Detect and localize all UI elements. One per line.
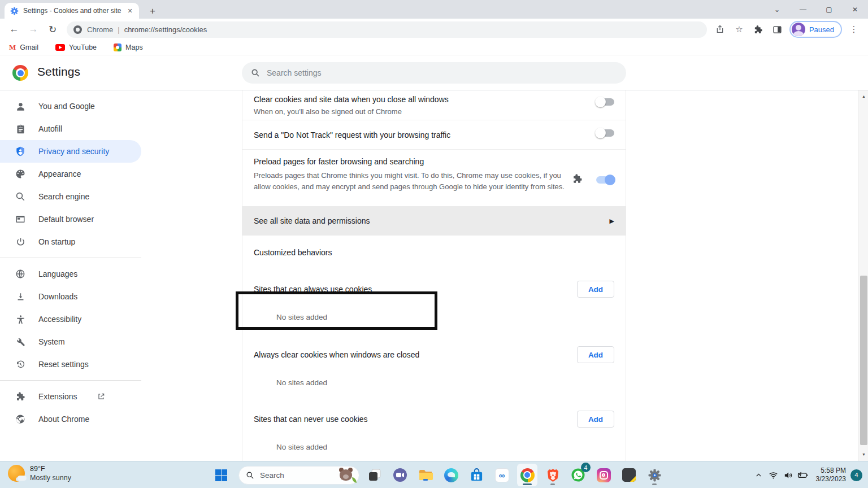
sidebar-label: You and Google [38,102,95,111]
section-label: Always clear cookies when windows are cl… [254,350,577,359]
forward-button[interactable]: → [25,21,41,37]
sidebar-item-autofill[interactable]: Autofill [0,117,141,140]
puzzle-icon [15,391,26,402]
add-session-only-site-button[interactable]: Add [577,346,614,363]
battery-icon[interactable] [796,461,810,488]
chrome-page-icon [73,25,82,34]
settings-search[interactable] [242,62,626,84]
sidebar-item-about-chrome[interactable]: About Chrome [0,408,141,430]
weather-sun-icon [8,465,25,482]
scrollbar-thumb[interactable] [860,276,867,445]
microsoft-store-icon[interactable] [466,464,487,486]
tab-close-icon[interactable]: ✕ [125,6,134,15]
setting-row-preload-pages: Preload pages for faster browsing and se… [242,150,626,206]
file-explorer-icon[interactable] [415,464,436,486]
instagram-icon[interactable] [593,464,614,486]
page-scrollbar[interactable]: ▲ ▼ [858,90,868,461]
scroll-down-arrow[interactable]: ▼ [859,450,868,459]
volume-icon[interactable] [781,461,796,488]
address-bar[interactable]: Chrome | chrome://settings/cookies [67,21,707,38]
intel-unison-icon[interactable]: ∞ [492,464,512,486]
extensions-puzzle-icon[interactable] [750,21,767,38]
sidebar-item-reset-settings[interactable]: Reset settings [0,353,141,376]
magnifier-icon [15,191,26,202]
taskbar-weather-widget[interactable]: 89°F Mostly sunny [8,465,71,482]
bookmark-label: YouTube [69,43,97,51]
sidebar-item-downloads[interactable]: Downloads [0,285,141,308]
windows-taskbar: 89°F Mostly sunny [0,461,868,488]
sidebar-item-privacy-and-security[interactable]: Privacy and security [0,140,141,163]
active-app-indicator [523,483,532,485]
notification-center-badge[interactable]: 4 [850,469,862,481]
tab-title: Settings - Cookies and other site [23,7,125,15]
settings-gear-favicon [10,7,19,15]
bookmark-gmail[interactable]: M Gmail [9,43,38,52]
wifi-icon[interactable] [766,461,781,488]
bookmark-maps[interactable]: Maps [114,43,143,51]
weather-temperature: 89°F [30,465,71,473]
task-view-icon[interactable] [364,464,385,486]
taskbar-search-input[interactable] [260,471,328,480]
settings-gear-taskbar-icon[interactable] [644,464,665,486]
window-chevron-icon[interactable]: ⌄ [764,0,790,19]
brave-browser-icon[interactable] [542,464,563,486]
clear-cookies-toggle[interactable] [596,98,614,106]
teams-chat-icon[interactable] [390,464,410,486]
notes-app-icon[interactable] [619,464,639,486]
window-minimize-button[interactable]: — [790,0,816,19]
browser-menu-kebab-icon[interactable]: ⋮ [845,21,862,38]
settings-content-card: Clear cookies and site data when you clo… [242,90,626,461]
screen: Settings - Cookies and other site ✕ + ⌄ … [0,0,868,488]
add-allow-site-button[interactable]: Add [577,281,614,298]
see-all-site-data-row[interactable]: See all site data and permissions ▶ [242,206,626,236]
do-not-track-toggle[interactable] [596,129,614,137]
sidebar-label: Search engine [38,192,89,201]
weather-condition: Mostly sunny [30,474,71,482]
sidebar-item-languages[interactable]: Languages [0,263,141,285]
bookmark-youtube[interactable]: YouTube [55,43,97,51]
clock-date: 3/23/2023 [816,475,846,483]
window-maximize-button[interactable]: ▢ [816,0,842,19]
side-panel-icon[interactable] [769,21,786,38]
sidebar-item-extensions[interactable]: Extensions [0,385,141,408]
open-app-indicator [550,483,555,485]
chevron-right-icon: ▶ [610,217,614,225]
sidebar-item-accessibility[interactable]: Accessibility [0,308,141,330]
chrome-taskbar-icon[interactable] [517,464,537,486]
palette-icon [15,168,26,180]
taskbar-clock[interactable]: 5:58 PM 3/23/2023 [816,467,846,483]
sidebar-item-you-and-google[interactable]: You and Google [0,95,141,117]
scroll-up-arrow[interactable]: ▲ [859,91,868,101]
taskbar-search-box[interactable] [238,466,359,485]
new-tab-button[interactable]: + [146,5,159,18]
managed-extension-puzzle-icon [572,173,583,186]
youtube-icon [55,44,65,51]
privacy-shield-icon [15,146,26,157]
bookmark-star-icon[interactable]: ☆ [731,21,748,38]
sidebar-label: About Chrome [38,415,89,424]
cookies-block-section: Sites that can never use cookies Add [242,403,626,435]
sidebar-item-default-browser[interactable]: Default browser [0,208,141,230]
setting-title: Preload pages for faster browsing and se… [254,157,614,166]
add-block-site-button[interactable]: Add [577,411,614,428]
profile-button[interactable]: Paused [789,21,842,38]
back-button[interactable]: ← [6,21,22,37]
settings-search-input[interactable] [267,68,596,77]
sidebar-item-search-engine[interactable]: Search engine [0,185,141,208]
edge-browser-icon[interactable] [441,464,461,486]
chrome-outline-icon [15,413,26,425]
sidebar-item-appearance[interactable]: Appearance [0,163,141,185]
external-link-icon [97,393,105,400]
sidebar-item-system[interactable]: System [0,330,141,353]
tray-chevron-up-icon[interactable] [752,461,766,488]
start-button[interactable] [215,469,227,481]
preload-pages-toggle[interactable] [596,176,614,184]
taskbar-app-icons: ∞ 4 [364,464,665,486]
browser-tab[interactable]: Settings - Cookies and other site ✕ [5,3,139,19]
reload-button[interactable]: ↻ [45,21,60,37]
whatsapp-icon[interactable]: 4 [568,464,588,486]
share-icon[interactable] [711,21,728,38]
sidebar-label: Autofill [38,124,62,133]
window-close-button[interactable]: ✕ [842,0,868,19]
sidebar-item-on-startup[interactable]: On startup [0,230,141,253]
